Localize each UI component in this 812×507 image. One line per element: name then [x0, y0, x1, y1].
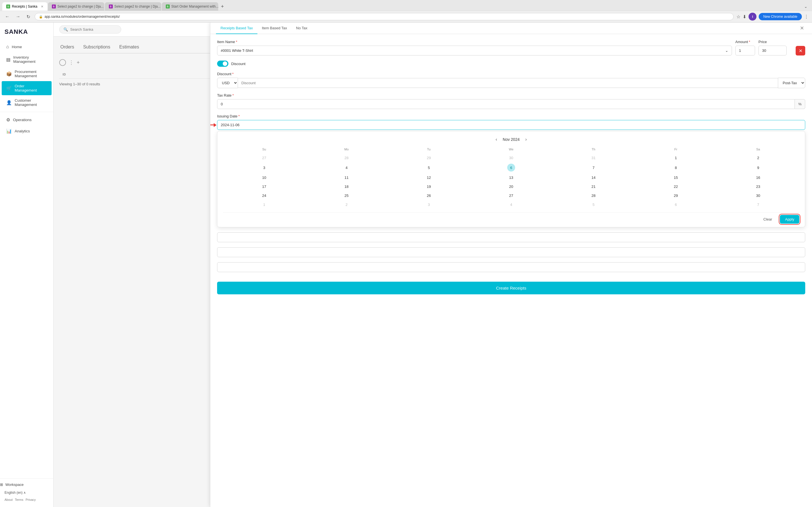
issuing-date-input[interactable] — [217, 120, 805, 130]
tab-receipts[interactable]: S Receipts | Sanka ✕ — [2, 2, 47, 11]
tab-overflow-button[interactable]: ⌄ — [802, 3, 810, 10]
cal-day-1-4[interactable]: 7 — [552, 162, 635, 173]
circle-select-button[interactable] — [59, 59, 66, 66]
cal-day-2-3[interactable]: 13 — [470, 173, 552, 182]
cal-day-2-0[interactable]: 10 — [223, 173, 305, 182]
privacy-link[interactable]: Privacy — [26, 498, 36, 501]
price-input[interactable] — [758, 46, 786, 55]
panel-tab-receipt-tax[interactable]: Receipts Based Tax — [216, 22, 257, 34]
cal-day-1-0[interactable]: 3 — [223, 162, 305, 173]
star-icon[interactable]: ☆ — [737, 14, 741, 19]
calendar-apply-button[interactable]: Apply — [780, 215, 799, 224]
sidebar-item-procurement[interactable]: 📦 Procurement Management — [2, 67, 52, 81]
cal-day-2-5[interactable]: 15 — [635, 173, 717, 182]
panel-close-button[interactable]: ✕ — [798, 23, 806, 34]
discount-toggle[interactable] — [217, 61, 229, 67]
cal-day-3-1[interactable]: 18 — [305, 182, 388, 191]
tab-subscriptions[interactable]: Subscriptions — [82, 42, 111, 54]
cal-day-4-1[interactable]: 25 — [305, 191, 388, 200]
extra-input-2[interactable] — [217, 247, 805, 257]
cal-day-5-3[interactable]: 4 — [470, 200, 552, 209]
cal-day-3-3[interactable]: 20 — [470, 182, 552, 191]
download-icon[interactable]: ⬇ — [743, 14, 746, 19]
cal-day-4-5[interactable]: 29 — [635, 191, 717, 200]
cal-day-4-2[interactable]: 26 — [388, 191, 470, 200]
extra-input-1[interactable] — [217, 232, 805, 242]
discount-currency-select[interactable]: USD — [217, 78, 238, 88]
cal-prev-button[interactable]: ‹ — [493, 136, 499, 143]
cal-day-0-6[interactable]: 2 — [717, 153, 799, 162]
cal-day-0-3[interactable]: 30 — [470, 153, 552, 162]
discount-type-select[interactable]: Post-Tax — [778, 78, 805, 88]
cal-day-0-2[interactable]: 29 — [388, 153, 470, 162]
sidebar-item-workspace[interactable]: ⊞ Workspace — [0, 481, 53, 489]
cal-day-4-4[interactable]: 28 — [552, 191, 635, 200]
amount-input[interactable] — [735, 46, 755, 55]
new-chrome-button[interactable]: New Chrome available — [759, 13, 802, 20]
tab-django2[interactable]: S Select page2 to change | Dja... ✕ — [105, 2, 161, 11]
cal-day-4-0[interactable]: 24 — [223, 191, 305, 200]
cal-day-2-1[interactable]: 11 — [305, 173, 388, 182]
refresh-button[interactable]: ↻ — [25, 13, 32, 20]
discount-toggle-label: Discount — [231, 62, 246, 66]
sidebar-item-inventory[interactable]: ▤ Inventory Management — [2, 52, 52, 66]
panel-tab-item-tax[interactable]: Item Based Tax — [257, 22, 292, 34]
tab-django1[interactable]: S Select page2 to change | Dja... ✕ — [48, 2, 104, 11]
cal-day-3-5[interactable]: 22 — [635, 182, 717, 191]
more-options-button[interactable]: ⋮ — [69, 59, 74, 66]
about-link[interactable]: About — [4, 498, 13, 501]
cal-day-3-0[interactable]: 17 — [223, 182, 305, 191]
cal-day-2-6[interactable]: 16 — [717, 173, 799, 182]
cal-day-5-1[interactable]: 2 — [305, 200, 388, 209]
tab-estimates[interactable]: Estimates — [118, 42, 140, 54]
cal-day-0-0[interactable]: 27 — [223, 153, 305, 162]
sidebar-item-customer[interactable]: 👤 Customer Management — [2, 96, 52, 110]
cal-day-5-2[interactable]: 3 — [388, 200, 470, 209]
cal-day-4-6[interactable]: 30 — [717, 191, 799, 200]
sidebar-item-analytics[interactable]: 📊 Analytics — [2, 126, 52, 136]
create-receipts-button[interactable]: Create Receipts — [217, 282, 805, 294]
tab-close-receipts[interactable]: ✕ — [41, 5, 43, 8]
tax-rate-input[interactable] — [217, 99, 795, 109]
cal-day-2-4[interactable]: 14 — [552, 173, 635, 182]
tab-orders[interactable]: Orders — [59, 42, 75, 54]
cal-day-1-3[interactable]: 6 — [470, 162, 552, 173]
cal-day-0-5[interactable]: 1 — [635, 153, 717, 162]
panel-tab-no-tax[interactable]: No Tax — [292, 22, 312, 34]
cal-day-3-6[interactable]: 23 — [717, 182, 799, 191]
forward-button[interactable]: → — [14, 13, 22, 20]
tab-order[interactable]: S Start Order Management with... ✕ — [162, 2, 218, 11]
calendar-clear-button[interactable]: Clear — [759, 215, 776, 224]
discount-amount-input[interactable] — [238, 78, 778, 88]
cal-day-1-1[interactable]: 4 — [305, 162, 388, 173]
menu-icon[interactable]: ⋮ — [804, 14, 809, 19]
url-bar[interactable]: 🔒 app.sanka.io/modules/ordermanagement/r… — [35, 13, 733, 20]
remove-item-button[interactable]: ✕ — [796, 46, 805, 55]
terms-link[interactable]: Terms — [15, 498, 23, 501]
cal-day-1-6[interactable]: 9 — [717, 162, 799, 173]
sidebar-item-home[interactable]: ⌂ Home — [2, 41, 52, 52]
sidebar-item-order[interactable]: 🛒 Order Management — [2, 81, 52, 95]
search-box[interactable]: 🔍 — [59, 25, 121, 34]
cal-day-0-4[interactable]: 31 — [552, 153, 635, 162]
cal-day-3-4[interactable]: 21 — [552, 182, 635, 191]
cal-day-5-0[interactable]: 1 — [223, 200, 305, 209]
cal-day-3-2[interactable]: 19 — [388, 182, 470, 191]
new-tab-button[interactable]: + — [219, 3, 226, 11]
cal-day-0-1[interactable]: 28 — [305, 153, 388, 162]
cal-next-button[interactable]: › — [523, 136, 529, 143]
profile-avatar[interactable]: I — [749, 13, 756, 20]
back-button[interactable]: ← — [3, 13, 11, 20]
cal-day-5-5[interactable]: 6 — [635, 200, 717, 209]
cal-day-1-5[interactable]: 8 — [635, 162, 717, 173]
cal-day-5-4[interactable]: 5 — [552, 200, 635, 209]
add-row-button[interactable]: + — [77, 60, 80, 66]
item-name-select[interactable]: #0001 White T-Shirt ⌄ — [217, 46, 732, 55]
sidebar-item-operations[interactable]: ⚙ Operations — [2, 114, 52, 125]
cal-day-2-2[interactable]: 12 — [388, 173, 470, 182]
extra-input-3[interactable] — [217, 262, 805, 272]
search-input[interactable] — [70, 27, 117, 32]
cal-day-1-2[interactable]: 5 — [388, 162, 470, 173]
cal-day-5-6[interactable]: 7 — [717, 200, 799, 209]
cal-day-4-3[interactable]: 27 — [470, 191, 552, 200]
